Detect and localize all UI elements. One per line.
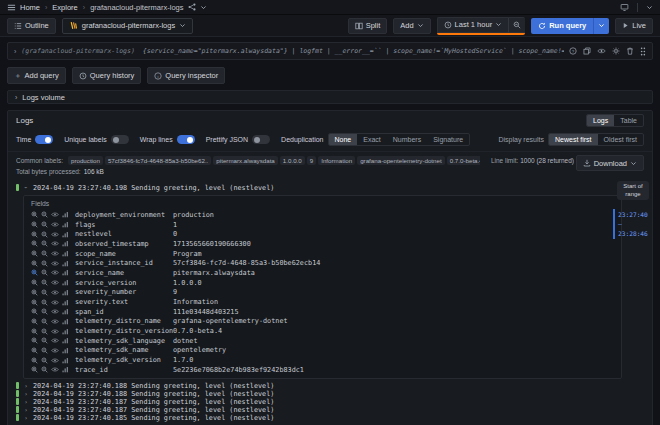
drag-handle-icon[interactable] [640, 47, 646, 56]
chevron-right-icon[interactable]: › [23, 390, 29, 397]
unique-labels-toggle[interactable] [111, 135, 129, 144]
logs-volume-section[interactable]: › Logs volume [7, 90, 653, 104]
dedup-option-numbers[interactable]: Numbers [387, 134, 427, 145]
time-toggle[interactable] [35, 135, 53, 144]
filter-for-search-plus-icon[interactable] [31, 328, 38, 335]
log-row[interactable]: › 2024-04-19 23:27:40.187 Sending greeti… [16, 398, 652, 406]
filter-out-search-minus-icon[interactable] [41, 221, 48, 228]
field-stats-chart-icon[interactable] [62, 347, 69, 354]
query-history-button[interactable]: Query history [72, 67, 142, 84]
time-range-picker[interactable]: Last 1 hour [437, 17, 509, 33]
sort-oldest-first[interactable]: Oldest first [598, 134, 643, 145]
hide-query-eye-icon[interactable] [597, 47, 606, 55]
log-row[interactable]: › 2024-04-19 23:27:40.188 Sending greeti… [16, 390, 652, 398]
wrap-lines-toggle[interactable] [177, 135, 195, 144]
toggle-field-eye-icon[interactable] [51, 299, 59, 306]
filter-out-search-minus-icon[interactable] [41, 289, 48, 296]
field-stats-chart-icon[interactable] [62, 308, 69, 315]
filter-out-search-minus-icon[interactable] [41, 231, 48, 238]
chevron-right-icon[interactable]: › [23, 382, 29, 389]
log-row[interactable]: › 2024-04-19 23:27:40.187 Sending greeti… [16, 406, 652, 414]
filter-for-search-plus-icon[interactable] [31, 279, 38, 286]
toggle-field-eye-icon[interactable] [51, 250, 59, 257]
chevron-down-icon[interactable]: › [23, 185, 30, 191]
toggle-field-eye-icon[interactable] [51, 289, 59, 296]
filter-for-search-plus-icon[interactable] [31, 289, 38, 296]
view-option-logs[interactable]: Logs [587, 115, 614, 126]
filter-for-search-plus-icon[interactable] [31, 260, 38, 267]
toggle-field-eye-icon[interactable] [51, 269, 59, 276]
run-query-button[interactable]: Run query [531, 18, 593, 34]
field-stats-chart-icon[interactable] [62, 231, 69, 238]
menu-icon[interactable] [7, 3, 16, 12]
toggle-field-eye-icon[interactable] [51, 231, 59, 238]
toggle-field-eye-icon[interactable] [51, 318, 59, 325]
remove-query-trash-icon[interactable] [626, 47, 634, 55]
sort-newest-first[interactable]: Newest first [549, 134, 598, 145]
filter-for-search-plus-icon[interactable] [31, 357, 38, 364]
field-stats-chart-icon[interactable] [62, 337, 69, 344]
toggle-field-eye-icon[interactable] [51, 328, 59, 335]
dedup-option-none[interactable]: None [329, 134, 358, 145]
filter-out-search-minus-icon[interactable] [41, 347, 48, 354]
display-icon[interactable] [620, 3, 629, 12]
filter-for-search-plus-icon[interactable] [31, 240, 38, 247]
query-settings-gear-icon[interactable] [612, 47, 620, 55]
share-icon[interactable] [188, 3, 196, 11]
query-collapse-chevron-icon[interactable]: › [14, 48, 16, 55]
range-marker[interactable]: 23:27:40 — 23:28:46 [613, 209, 649, 239]
view-option-table[interactable]: Table [614, 115, 643, 126]
outline-button[interactable]: Outline [7, 18, 56, 34]
chevron-down-icon[interactable] [200, 4, 207, 11]
query-row[interactable]: › (grafanacloud-pitermarx-logs){service_… [7, 42, 653, 60]
prettify-json-toggle[interactable] [252, 135, 270, 144]
filter-out-search-minus-icon[interactable] [41, 260, 48, 267]
filter-for-search-plus-icon[interactable] [31, 318, 38, 325]
log-row[interactable]: › 2024-04-19 23:27:40.185 Sending greeti… [16, 414, 652, 422]
field-stats-chart-icon[interactable] [62, 211, 69, 218]
filter-out-search-minus-icon[interactable] [41, 308, 48, 315]
field-stats-chart-icon[interactable] [62, 357, 69, 364]
log-row-expanded[interactable]: › 2024-04-19 23:27:40.198 Sending greeti… [16, 183, 652, 192]
filter-for-search-plus-icon[interactable] [31, 337, 38, 344]
breadcrumb-explore[interactable]: Explore [52, 3, 77, 12]
filter-out-search-minus-icon[interactable] [41, 279, 48, 286]
field-stats-chart-icon[interactable] [62, 221, 69, 228]
log-row[interactable]: › 2024-04-19 23:27:40.188 Sending greeti… [16, 382, 652, 390]
filter-out-search-minus-icon[interactable] [41, 318, 48, 325]
field-stats-chart-icon[interactable] [62, 250, 69, 257]
filter-for-search-plus-icon[interactable] [31, 366, 38, 373]
filter-out-search-minus-icon[interactable] [41, 328, 48, 335]
filter-for-search-plus-icon[interactable] [31, 250, 38, 257]
dedup-option-signature[interactable]: Signature [427, 134, 469, 145]
add-dropdown-button[interactable]: Add [393, 18, 430, 34]
toggle-field-eye-icon[interactable] [51, 366, 59, 373]
field-stats-chart-icon[interactable] [62, 366, 69, 373]
toggle-field-eye-icon[interactable] [51, 260, 59, 267]
download-button[interactable]: Download [576, 155, 644, 171]
toggle-field-eye-icon[interactable] [51, 211, 59, 218]
query-inspector-button[interactable]: i Query inspector [147, 67, 225, 84]
filter-out-search-minus-icon[interactable] [41, 357, 48, 364]
breadcrumb-home[interactable]: Home [20, 3, 40, 12]
filter-out-search-minus-icon[interactable] [41, 269, 48, 276]
toggle-field-eye-icon[interactable] [51, 279, 59, 286]
field-stats-chart-icon[interactable] [62, 260, 69, 267]
zoom-out-time-button[interactable] [508, 17, 525, 33]
toggle-field-eye-icon[interactable] [51, 357, 59, 364]
question-circle-icon[interactable]: ? [569, 47, 577, 55]
field-stats-chart-icon[interactable] [62, 279, 69, 286]
add-query-button[interactable]: ＋ Add query [7, 67, 66, 84]
field-stats-chart-icon[interactable] [62, 318, 69, 325]
filter-for-search-plus-icon[interactable] [31, 347, 38, 354]
filter-for-search-plus-icon[interactable] [31, 231, 38, 238]
live-button[interactable]: Live [615, 18, 653, 34]
chevron-down-icon[interactable] [646, 4, 653, 11]
toggle-field-eye-icon[interactable] [51, 308, 59, 315]
toggle-field-eye-icon[interactable] [51, 221, 59, 228]
filter-out-search-minus-icon[interactable] [41, 299, 48, 306]
split-button[interactable]: Split [348, 18, 388, 34]
chevron-right-icon[interactable]: › [23, 414, 29, 421]
run-query-interval-caret[interactable] [593, 18, 609, 34]
filter-for-search-plus-icon[interactable] [31, 269, 38, 276]
